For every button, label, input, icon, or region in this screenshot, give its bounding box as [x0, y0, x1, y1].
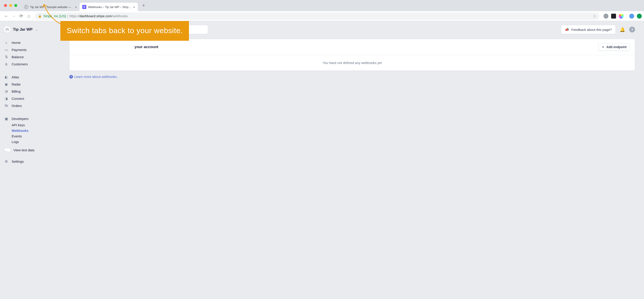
cycle-icon: ◔ [4, 89, 8, 94]
view-test-data-toggle[interactable]: View test data [0, 145, 60, 156]
webhooks-card: Endpoints receiving events from your acc… [69, 39, 635, 71]
sidebar-item-radar[interactable]: ◉Radar [0, 81, 60, 88]
globe-icon: ◐ [4, 75, 8, 79]
nav-secondary: ◐Atlas ◉Radar ◔Billing ◑Connect 🛍Orders [0, 73, 60, 109]
window-close-icon[interactable] [4, 4, 7, 7]
window-minimize-icon[interactable] [9, 4, 12, 7]
home-icon: ⌂ [4, 40, 8, 45]
gear-icon: ⚙ [4, 159, 8, 164]
bell-icon[interactable]: 🔔 [620, 27, 625, 32]
card-header: Endpoints receiving events from your acc… [70, 39, 635, 55]
question-icon: ? [69, 75, 73, 79]
card-icon: ▭ [4, 48, 8, 52]
bookmark-icon[interactable]: ☆ [593, 14, 596, 19]
sidebar-item-connect[interactable]: ◑Connect [0, 95, 60, 102]
add-endpoint-button[interactable]: ＋ Add endpoint [598, 43, 630, 51]
tab-title: Tip Jar WP ‹ Sample website — [30, 5, 74, 9]
megaphone-icon: 📣 [565, 28, 569, 32]
chevron-down-icon: ⌄ [35, 28, 38, 31]
home-button[interactable]: ⌂ [25, 12, 33, 20]
extension-icon[interactable] [604, 14, 608, 19]
browser-tab-inactive[interactable]: Tip Jar WP ‹ Sample website — × [22, 3, 80, 11]
globe-icon [24, 5, 28, 9]
basket-icon: 🛍 [4, 103, 8, 108]
sidebar-item-customers[interactable]: Customers [0, 61, 60, 68]
close-icon[interactable]: × [75, 5, 77, 9]
transfer-icon: ⇅ [4, 55, 8, 59]
sidebar-item-billing[interactable]: ◔Billing [0, 88, 60, 95]
address-bar[interactable]: 🔒 Stripe, Inc [US] | https://dashboard.s… [35, 13, 600, 20]
plus-icon: ＋ [602, 45, 605, 49]
new-tab-button[interactable]: ＋ [141, 2, 146, 9]
sidebar-item-atlas[interactable]: ◐Atlas [0, 73, 60, 81]
account-name: Tip Jar WP [13, 27, 33, 32]
person-icon [4, 62, 8, 66]
sidebar-sub-webhooks[interactable]: Webhooks [0, 128, 60, 133]
tab-strip: Tip Jar WP ‹ Sample website — × S Webhoo… [0, 0, 644, 11]
browser-tab-active[interactable]: S Webhooks – Tip Jar WP – Strip… × [80, 3, 138, 11]
extension-icons [604, 14, 642, 19]
feedback-button[interactable]: 📣 Feedback about this page? [561, 25, 616, 34]
sidebar-item-settings[interactable]: ⚙Settings [0, 158, 60, 165]
sidebar-item-orders[interactable]: 🛍Orders [0, 102, 60, 109]
terminal-icon: ▣ [4, 116, 8, 121]
sidebar-item-developers[interactable]: ▣Developers [0, 115, 60, 122]
extension-icon[interactable] [637, 14, 642, 19]
learn-more-link[interactable]: ? Learn more about webhooks. [69, 75, 635, 79]
close-icon[interactable]: × [133, 5, 135, 9]
radar-icon: ◉ [4, 82, 8, 86]
help-icon[interactable]: ? [629, 27, 635, 33]
back-button[interactable]: ← [2, 12, 10, 20]
window-zoom-icon[interactable] [14, 4, 17, 7]
lock-icon: 🔒 [38, 14, 42, 18]
sidebar-sub-events[interactable]: Events [0, 133, 60, 139]
main-content: Switch tabs back to your website. 🔍 📣 Fe… [60, 21, 644, 299]
stripe-favicon-icon: S [82, 5, 86, 9]
annotation-callout: Switch tabs back to your website. [60, 21, 189, 41]
reload-button[interactable]: ⟳ [18, 12, 25, 20]
sidebar-sub-logs[interactable]: Logs [0, 139, 60, 145]
sidebar: Tip Jar WP ⌄ ⌂Home ▭Payments ⇅Balance Cu… [0, 21, 60, 299]
sidebar-sub-apikeys[interactable]: API keys [0, 122, 60, 128]
forward-button[interactable]: → [10, 12, 18, 20]
extension-icon[interactable] [611, 14, 616, 19]
sidebar-item-home[interactable]: ⌂Home [0, 39, 60, 46]
store-icon [4, 27, 10, 33]
cert-org: Stripe, Inc [US] [44, 14, 66, 18]
connect-icon: ◑ [4, 96, 8, 101]
tab-title: Webhooks – Tip Jar WP – Strip… [88, 5, 132, 9]
nav-developers: ▣Developers API keys Webhooks Events Log… [0, 115, 60, 145]
page-body: Tip Jar WP ⌄ ⌂Home ▭Payments ⇅Balance Cu… [0, 21, 644, 299]
sidebar-item-balance[interactable]: ⇅Balance [0, 53, 60, 61]
card-empty-state: You have not defined any webhooks yet [70, 55, 635, 71]
card-title: Endpoints receiving events from your acc… [74, 45, 598, 49]
svg-point-0 [6, 63, 7, 64]
toggle-switch-icon[interactable] [4, 148, 11, 152]
window-controls [4, 4, 17, 7]
extension-icon[interactable] [619, 14, 624, 19]
profile-avatar-icon[interactable] [629, 14, 634, 19]
browser-chrome: Tip Jar WP ‹ Sample website — × S Webhoo… [0, 0, 644, 21]
browser-toolbar: ← → ⟳ ⌂ 🔒 Stripe, Inc [US] | https://das… [0, 11, 644, 21]
nav-primary: ⌂Home ▭Payments ⇅Balance Customers [0, 39, 60, 68]
sidebar-item-payments[interactable]: ▭Payments [0, 46, 60, 53]
account-switcher[interactable]: Tip Jar WP ⌄ [0, 25, 60, 37]
